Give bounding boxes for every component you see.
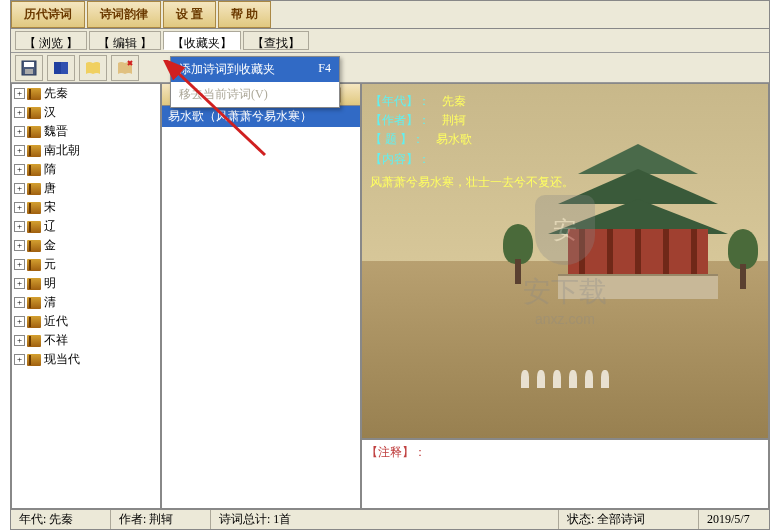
tree-item[interactable]: +元 — [12, 255, 160, 274]
expand-icon[interactable]: + — [14, 278, 25, 289]
tool-save-icon[interactable] — [15, 55, 43, 81]
tree-label: 隋 — [44, 161, 56, 178]
notes-label: 【注释】： — [366, 445, 426, 459]
top-tab-bar: 历代诗词 诗词韵律 设 置 帮 助 — [11, 1, 769, 29]
tree-label: 辽 — [44, 218, 56, 235]
poem-list[interactable]: 易水歌（风萧萧兮易水寒） — [162, 106, 360, 508]
tree-item[interactable]: +不祥 — [12, 331, 160, 350]
tree-label: 汉 — [44, 104, 56, 121]
right-panel: 安 安下载 anxz.com 【年代】：先秦 【作者】：荆轲 【 题 】：易水歌… — [361, 83, 769, 509]
book-icon — [27, 164, 41, 176]
expand-icon[interactable]: + — [14, 202, 25, 213]
book-icon — [27, 221, 41, 233]
expand-icon[interactable]: + — [14, 107, 25, 118]
tree-item[interactable]: +近代 — [12, 312, 160, 331]
era-value: 先秦 — [442, 92, 466, 111]
title-label: 【 题 】： — [370, 130, 424, 149]
tree-label: 南北朝 — [44, 142, 80, 159]
book-icon — [27, 145, 41, 157]
svg-rect-1 — [24, 62, 34, 67]
expand-icon[interactable]: + — [14, 354, 25, 365]
tool-open-book-icon[interactable] — [79, 55, 107, 81]
tree-item[interactable]: +清 — [12, 293, 160, 312]
menu-add-to-favorites[interactable]: 添加诗词到收藏夹 F4 — [171, 57, 339, 82]
menu-item-label: 移去当前诗词(V) — [179, 86, 268, 103]
list-item-selected[interactable]: 易水歌（风萧萧兮易水寒） — [162, 106, 360, 127]
tree-label: 宋 — [44, 199, 56, 216]
expand-icon[interactable]: + — [14, 221, 25, 232]
author-value: 荆轲 — [442, 111, 466, 130]
book-icon — [27, 354, 41, 366]
poem-view: 安 安下载 anxz.com 【年代】：先秦 【作者】：荆轲 【 题 】：易水歌… — [361, 83, 769, 439]
tree-item[interactable]: +先秦 — [12, 84, 160, 103]
tree-item[interactable]: +现当代 — [12, 350, 160, 369]
tree-item[interactable]: +汉 — [12, 103, 160, 122]
tree-item[interactable]: +魏晋 — [12, 122, 160, 141]
content-area: +先秦 +汉 +魏晋 +南北朝 +隋 +唐 +宋 +辽 +金 +元 +明 +清 … — [11, 83, 769, 509]
tree-item[interactable]: +隋 — [12, 160, 160, 179]
status-date: 2019/5/7 — [699, 510, 769, 529]
tree-label: 明 — [44, 275, 56, 292]
tree-item[interactable]: +明 — [12, 274, 160, 293]
tree-item[interactable]: +金 — [12, 236, 160, 255]
tree-label: 现当代 — [44, 351, 80, 368]
expand-icon[interactable]: + — [14, 259, 25, 270]
menu-item-shortcut: F4 — [318, 61, 331, 78]
book-icon — [27, 316, 41, 328]
tab-prosody[interactable]: 诗词韵律 — [87, 1, 161, 28]
tree-label: 金 — [44, 237, 56, 254]
tree-item[interactable]: +唐 — [12, 179, 160, 198]
dynasty-tree[interactable]: +先秦 +汉 +魏晋 +南北朝 +隋 +唐 +宋 +辽 +金 +元 +明 +清 … — [11, 83, 161, 509]
book-icon — [27, 126, 41, 138]
book-icon — [27, 88, 41, 100]
book-icon — [27, 183, 41, 195]
status-state: 状态: 全部诗词 — [559, 510, 699, 529]
tool-book-icon[interactable] — [47, 55, 75, 81]
expand-icon[interactable]: + — [14, 88, 25, 99]
tool-delete-icon[interactable] — [111, 55, 139, 81]
poem-body: 风萧萧兮易水寒，壮士一去兮不复还。 — [370, 173, 760, 192]
toolbar — [11, 53, 769, 83]
expand-icon[interactable]: + — [14, 145, 25, 156]
expand-icon[interactable]: + — [14, 335, 25, 346]
book-icon — [27, 335, 41, 347]
tree-item[interactable]: +南北朝 — [12, 141, 160, 160]
expand-icon[interactable]: + — [14, 183, 25, 194]
sub-tab-bar: 【 浏览 】 【 编辑 】 【收藏夹】 【查找】 — [11, 29, 769, 53]
book-icon — [27, 107, 41, 119]
subtab-favorites[interactable]: 【收藏夹】 — [163, 31, 241, 50]
subtab-edit[interactable]: 【 编辑 】 — [89, 31, 161, 50]
era-label: 【年代】： — [370, 92, 430, 111]
expand-icon[interactable]: + — [14, 297, 25, 308]
author-label: 【作者】： — [370, 111, 430, 130]
tab-help[interactable]: 帮 助 — [218, 1, 271, 28]
expand-icon[interactable]: + — [14, 164, 25, 175]
status-author: 作者: 荆轲 — [111, 510, 211, 529]
menu-item-label: 添加诗词到收藏夹 — [179, 61, 275, 78]
book-icon — [27, 278, 41, 290]
tree-label: 魏晋 — [44, 123, 68, 140]
tab-historical-poetry[interactable]: 历代诗词 — [11, 1, 85, 28]
book-icon — [27, 259, 41, 271]
expand-icon[interactable]: + — [14, 240, 25, 251]
tree-label: 先秦 — [44, 85, 68, 102]
tab-settings[interactable]: 设 置 — [163, 1, 216, 28]
tree-label: 唐 — [44, 180, 56, 197]
svg-rect-2 — [25, 69, 33, 74]
expand-icon[interactable]: + — [14, 126, 25, 137]
status-era: 年代: 先秦 — [11, 510, 111, 529]
tree-item[interactable]: +辽 — [12, 217, 160, 236]
poem-text: 【年代】：先秦 【作者】：荆轲 【 题 】：易水歌 【内容】： 风萧萧兮易水寒，… — [370, 92, 760, 192]
book-icon — [27, 297, 41, 309]
subtab-search[interactable]: 【查找】 — [243, 31, 309, 50]
tree-item[interactable]: +宋 — [12, 198, 160, 217]
subtab-browse[interactable]: 【 浏览 】 — [15, 31, 87, 50]
book-icon — [27, 202, 41, 214]
expand-icon[interactable]: + — [14, 316, 25, 327]
tree-label: 近代 — [44, 313, 68, 330]
favorites-dropdown: 添加诗词到收藏夹 F4 移去当前诗词(V) — [170, 56, 340, 108]
tree-label: 元 — [44, 256, 56, 273]
book-icon — [27, 240, 41, 252]
status-bar: 年代: 先秦 作者: 荆轲 诗词总计: 1首 状态: 全部诗词 2019/5/7 — [11, 509, 769, 529]
tree-label: 清 — [44, 294, 56, 311]
